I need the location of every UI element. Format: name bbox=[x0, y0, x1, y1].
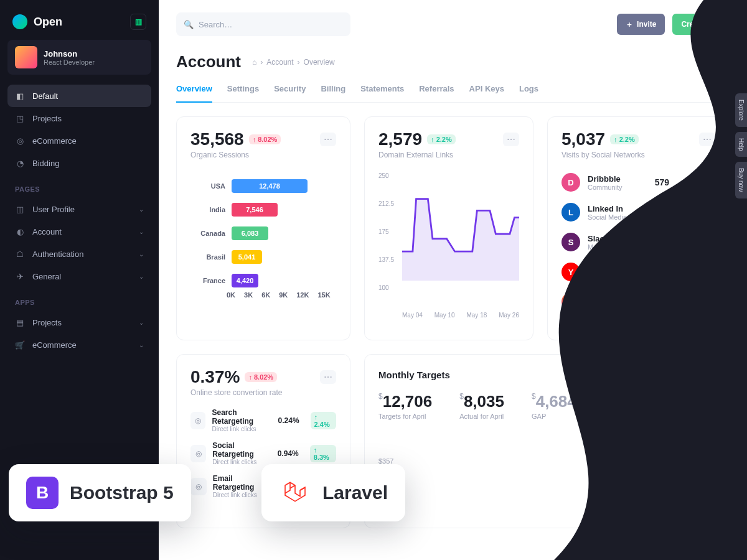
retarget-icon: ◎ bbox=[190, 412, 205, 429]
store-delta: ↑ 8.02% bbox=[245, 372, 277, 382]
social-sub: Community bbox=[588, 184, 622, 191]
account-icon: ◐ bbox=[15, 226, 25, 236]
conversion-sub: Direct link clicks bbox=[212, 459, 271, 465]
social-icon: Y bbox=[561, 263, 580, 281]
social-value: 579 bbox=[655, 177, 669, 187]
sidebar-item-authentication[interactable]: ☖ Authentication ⌄ bbox=[7, 243, 151, 265]
sidebar-item-bidding[interactable]: ◔ Bidding bbox=[7, 152, 151, 174]
chevron-down-icon: ⌄ bbox=[139, 251, 144, 258]
axis-tick: 3K bbox=[244, 291, 253, 299]
social-name: YouTube bbox=[588, 264, 632, 273]
social-value: 978 bbox=[655, 267, 669, 277]
social-delta: ↑ 2.6% bbox=[684, 178, 713, 188]
tab-overview[interactable]: Overview bbox=[176, 78, 212, 102]
card-organic-sessions: 35,568 ↑ 8.02% ⋯ Organic Sessions USA12,… bbox=[176, 116, 350, 340]
tab-logs[interactable]: Logs bbox=[519, 78, 538, 102]
y-tick: 175 bbox=[378, 228, 389, 235]
create-label: Create App bbox=[681, 20, 721, 29]
tab-referrals[interactable]: Referrals bbox=[419, 78, 454, 102]
conversion-pct: 0.94% bbox=[278, 449, 299, 458]
sidebar-item-label: Bidding bbox=[32, 159, 59, 168]
social-icon: S bbox=[561, 233, 580, 251]
sessions-delta: ↑ 8.02% bbox=[249, 134, 281, 144]
general-icon: ✈ bbox=[15, 271, 25, 281]
bar-label: India bbox=[190, 206, 225, 213]
card-menu-button[interactable]: ⋯ bbox=[503, 133, 519, 146]
chevron-down-icon: ⌄ bbox=[139, 342, 144, 348]
conversion-name: Social Retargeting bbox=[212, 441, 271, 459]
sessions-value: 35,568 bbox=[190, 129, 244, 149]
bar-label: Canada bbox=[190, 230, 225, 237]
sidebar-item-label: User Profile bbox=[32, 205, 75, 214]
brand-widget-icon[interactable]: ▥ bbox=[130, 14, 146, 30]
sidebar-item-account[interactable]: ◐ Account ⌄ bbox=[7, 220, 151, 243]
axis-tick: 12K bbox=[296, 291, 309, 299]
section-apps: APPS bbox=[7, 287, 151, 311]
tab-api-keys[interactable]: API Keys bbox=[469, 78, 504, 102]
bar-row: Canada6,083 bbox=[190, 226, 336, 240]
conversion-name: Search Retargeting bbox=[212, 408, 271, 426]
sidebar-item-app-ecommerce[interactable]: 🛒 eCommerce ⌄ bbox=[7, 334, 151, 356]
tab-settings[interactable]: Settings bbox=[227, 78, 259, 102]
date-range-picker[interactable]: 18 Jan 2023 - 16 Feb 2023 🗓 bbox=[610, 367, 715, 382]
breadcrumb-account[interactable]: Account bbox=[266, 58, 293, 67]
user-card[interactable]: Johnson React Developer bbox=[7, 40, 151, 75]
brand[interactable]: Open ▥ bbox=[7, 10, 151, 40]
plus-icon: ＋ bbox=[626, 19, 633, 30]
social-row: IInstagramSocial Network1,458↑ 8.3% bbox=[561, 292, 715, 311]
product-card-bootstrap: B Bootstrap 5 bbox=[9, 464, 191, 521]
invite-button[interactable]: ＋ Invite bbox=[617, 14, 665, 35]
tabs: Overview Settings Security Billing State… bbox=[176, 78, 730, 103]
tab-statements[interactable]: Statements bbox=[360, 78, 404, 102]
social-sub: Social Network bbox=[588, 303, 633, 310]
kpi: $4,684 ↑ 4.5%GAP bbox=[532, 392, 608, 420]
card-social-visits: 5,037 ↑ 2.2% ⋯ Visits by Social Networks… bbox=[547, 116, 730, 340]
brand-name: Open bbox=[34, 16, 62, 29]
axis-tick: 9K bbox=[279, 291, 288, 299]
kpi-label: Targets for April bbox=[378, 413, 432, 420]
social-delta: ↑ 0.2% bbox=[684, 238, 713, 248]
sidebar-item-ecommerce[interactable]: ◎ eCommerce bbox=[7, 129, 151, 152]
invite-label: Invite bbox=[637, 20, 656, 29]
create-app-button[interactable]: Create App bbox=[672, 14, 730, 35]
topbar: 🔍 Search… ＋ Invite Create App bbox=[176, 12, 730, 36]
kpi: $8,035Actual for April bbox=[459, 392, 504, 420]
rail-help[interactable]: Help bbox=[735, 132, 747, 157]
page-title: Account bbox=[176, 52, 241, 72]
tab-security[interactable]: Security bbox=[274, 78, 306, 102]
card-menu-button[interactable]: ⋯ bbox=[699, 133, 715, 146]
conversion-delta: ↑ 8.3% bbox=[310, 445, 336, 462]
social-icon: L bbox=[561, 203, 580, 222]
tab-billing[interactable]: Billing bbox=[321, 78, 345, 102]
sidebar-item-user-profile[interactable]: ◫ User Profile ⌄ bbox=[7, 198, 151, 220]
social-name: Instagram bbox=[588, 294, 633, 303]
bar-row: USA12,478 bbox=[190, 179, 336, 193]
kpi-value: 12,706 bbox=[383, 392, 433, 411]
x-tick: May 18 bbox=[466, 312, 487, 319]
sidebar-item-label: Projects bbox=[32, 318, 62, 327]
country-bar-chart: USA12,478India7,546Canada6,083Brasil5,04… bbox=[190, 179, 336, 287]
search-input[interactable]: 🔍 Search… bbox=[176, 12, 350, 36]
sidebar-item-app-projects[interactable]: ▤ Projects ⌄ bbox=[7, 311, 151, 334]
card-menu-button[interactable]: ⋯ bbox=[320, 370, 336, 384]
home-icon[interactable]: ⌂ bbox=[252, 58, 256, 67]
sidebar-item-default[interactable]: ◧ Default bbox=[7, 85, 151, 107]
rail-explore[interactable]: Explore bbox=[735, 93, 747, 127]
conversion-row: ◎Social RetargetingDirect link clicks0.9… bbox=[190, 441, 336, 465]
domain-delta: ↑ 2.2% bbox=[427, 134, 456, 144]
card-menu-button[interactable]: ⋯ bbox=[320, 133, 336, 146]
conversion-pct: 0.24% bbox=[278, 416, 299, 425]
sidebar-item-label: Account bbox=[32, 227, 62, 236]
rail-buy-now[interactable]: Buy now bbox=[735, 162, 747, 198]
dashboard-icon: ◧ bbox=[15, 91, 25, 101]
kpi-value: 8,035 bbox=[464, 392, 504, 411]
right-rail: Explore Help Buy now bbox=[735, 93, 747, 198]
chevron-down-icon: ⌄ bbox=[139, 319, 144, 326]
sidebar-item-general[interactable]: ✈ General ⌄ bbox=[7, 265, 151, 287]
social-value: 1,458 bbox=[647, 297, 669, 307]
bar-label: Brasil bbox=[190, 253, 225, 261]
y-tick: 137.5 bbox=[378, 256, 394, 263]
search-icon: 🔍 bbox=[184, 20, 194, 29]
social-row: LLinked InSocial Media1,088↓ 0.4% bbox=[561, 203, 715, 222]
sidebar-item-projects[interactable]: ◳ Projects bbox=[7, 107, 151, 129]
